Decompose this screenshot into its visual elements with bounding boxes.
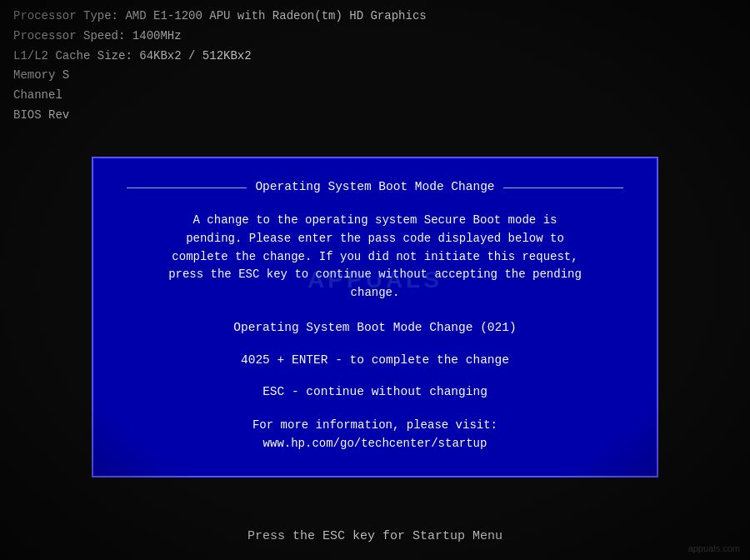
- processor-type-line: Processor Type: AMD E1-1200 APU with Rad…: [13, 7, 737, 27]
- desc-line-2: pending. Please enter the pass code disp…: [186, 232, 564, 245]
- cache-size-line: L1/L2 Cache Size: 64KBx2 / 512KBx2: [13, 47, 737, 67]
- more-info-line-2: www.hp.com/go/techcenter/startup: [263, 437, 488, 450]
- more-info-line-1: For more information, please visit:: [252, 418, 498, 432]
- dialog-title-bar: Operating System Boot Mode Change: [127, 178, 623, 197]
- system-info-panel: Processor Type: AMD E1-1200 APU with Rad…: [0, 0, 750, 132]
- bottom-status-text: Press the ESC key for Startup Menu: [248, 529, 502, 543]
- bios-screen: Processor Type: AMD E1-1200 APU with Rad…: [0, 0, 750, 560]
- memory-line: Memory S: [13, 66, 737, 86]
- dialog-body: A change to the operating system Secure …: [127, 212, 623, 452]
- desc-line-4: press the ESC key to continue without ac…: [168, 268, 582, 281]
- mode-change-label: Operating System Boot Mode Change (021): [127, 319, 623, 338]
- title-line-right: [503, 188, 623, 188]
- processor-speed-line: Processor Speed: 1400MHz: [13, 27, 737, 47]
- boot-mode-dialog: Operating System Boot Mode Change A chan…: [92, 157, 658, 478]
- channel-line: Channel: [13, 86, 737, 106]
- dialog-title: Operating System Boot Mode Change: [247, 178, 502, 197]
- more-info: For more information, please visit: www.…: [127, 417, 623, 452]
- bottom-status-bar: Press the ESC key for Startup Menu: [0, 519, 750, 560]
- instruction-enter: 4025 + ENTER - to complete the change: [127, 352, 623, 370]
- desc-line-1: A change to the operating system Secure …: [193, 213, 558, 227]
- desc-line-3: complete the change. If you did not init…: [172, 250, 578, 263]
- desc-line-5: change.: [351, 286, 400, 299]
- title-line-left: [127, 188, 247, 188]
- instruction-esc: ESC - continue without changing: [127, 383, 623, 402]
- dialog-wrapper: Operating System Boot Mode Change A chan…: [0, 116, 750, 519]
- dialog-description: A change to the operating system Secure …: [127, 212, 623, 302]
